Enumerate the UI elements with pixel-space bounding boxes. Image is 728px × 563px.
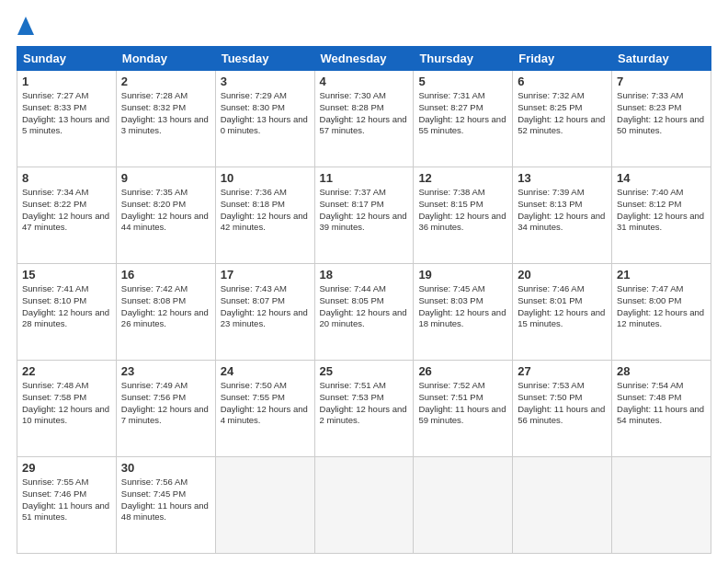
table-row: 27 Sunrise: 7:53 AMSunset: 7:50 PMDaylig… [513,361,612,457]
table-row: 24 Sunrise: 7:50 AMSunset: 7:55 PMDaylig… [215,361,314,457]
empty-cell [314,457,414,554]
day-number: 25 [320,364,409,378]
day-number: 11 [320,171,409,185]
table-row: 1 Sunrise: 7:27 AMSunset: 8:33 PMDayligh… [17,71,117,167]
table-row: 10 Sunrise: 7:36 AMSunset: 8:18 PMDaylig… [215,167,314,264]
page: Sunday Monday Tuesday Wednesday Thursday… [0,0,728,563]
day-info: Sunrise: 7:33 AMSunset: 8:23 PMDaylight:… [617,90,706,137]
day-info: Sunrise: 7:50 AMSunset: 7:55 PMDaylight:… [221,380,310,427]
day-info: Sunrise: 7:32 AMSunset: 8:25 PMDaylight:… [518,90,607,137]
day-info: Sunrise: 7:52 AMSunset: 7:51 PMDaylight:… [418,380,507,427]
col-tuesday: Tuesday [215,47,314,71]
col-saturday: Saturday [612,47,711,71]
empty-cell [612,457,711,554]
table-row: 23 Sunrise: 7:49 AMSunset: 7:56 PMDaylig… [116,361,215,457]
day-number: 2 [121,75,210,88]
calendar-week-3: 15 Sunrise: 7:41 AMSunset: 8:10 PMDaylig… [17,264,711,361]
day-info: Sunrise: 7:30 AMSunset: 8:28 PMDaylight:… [320,90,409,137]
day-number: 3 [221,75,310,88]
table-row: 9 Sunrise: 7:35 AMSunset: 8:20 PMDayligh… [116,167,215,264]
day-number: 4 [320,75,409,88]
day-info: Sunrise: 7:39 AMSunset: 8:13 PMDaylight:… [518,187,607,234]
table-row: 22 Sunrise: 7:48 AMSunset: 7:58 PMDaylig… [17,361,117,457]
day-number: 26 [418,364,507,378]
table-row: 11 Sunrise: 7:37 AMSunset: 8:17 PMDaylig… [314,167,414,264]
day-number: 17 [221,268,310,282]
day-number: 18 [320,268,409,282]
day-number: 22 [22,364,111,378]
day-number: 8 [22,171,111,185]
day-number: 9 [121,171,210,185]
day-number: 1 [22,75,111,88]
day-number: 16 [121,268,210,282]
calendar-week-4: 22 Sunrise: 7:48 AMSunset: 7:58 PMDaylig… [17,361,711,457]
table-row: 7 Sunrise: 7:33 AMSunset: 8:23 PMDayligh… [612,71,711,167]
day-number: 20 [518,268,607,282]
day-info: Sunrise: 7:40 AMSunset: 8:12 PMDaylight:… [617,187,706,234]
day-info: Sunrise: 7:36 AMSunset: 8:18 PMDaylight:… [221,187,310,234]
day-number: 6 [518,75,607,88]
table-row: 20 Sunrise: 7:46 AMSunset: 8:01 PMDaylig… [513,264,612,361]
table-row: 17 Sunrise: 7:43 AMSunset: 8:07 PMDaylig… [215,264,314,361]
calendar-week-2: 8 Sunrise: 7:34 AMSunset: 8:22 PMDayligh… [17,167,711,264]
day-info: Sunrise: 7:43 AMSunset: 8:07 PMDaylight:… [221,283,310,330]
day-info: Sunrise: 7:46 AMSunset: 8:01 PMDaylight:… [518,283,607,330]
empty-cell [513,457,612,554]
day-number: 15 [22,268,111,282]
day-info: Sunrise: 7:37 AMSunset: 8:17 PMDaylight:… [320,187,409,234]
day-number: 10 [221,171,310,185]
day-info: Sunrise: 7:27 AMSunset: 8:33 PMDaylight:… [22,90,111,137]
day-number: 12 [418,171,507,185]
day-info: Sunrise: 7:42 AMSunset: 8:08 PMDaylight:… [121,283,210,330]
calendar-header-row: Sunday Monday Tuesday Wednesday Thursday… [17,47,711,71]
table-row: 25 Sunrise: 7:51 AMSunset: 7:53 PMDaylig… [314,361,414,457]
day-info: Sunrise: 7:47 AMSunset: 8:00 PMDaylight:… [617,283,706,330]
table-row: 5 Sunrise: 7:31 AMSunset: 8:27 PMDayligh… [414,71,513,167]
table-row: 4 Sunrise: 7:30 AMSunset: 8:28 PMDayligh… [314,71,414,167]
table-row: 2 Sunrise: 7:28 AMSunset: 8:32 PMDayligh… [116,71,215,167]
day-info: Sunrise: 7:38 AMSunset: 8:15 PMDaylight:… [418,187,507,234]
table-row: 8 Sunrise: 7:34 AMSunset: 8:22 PMDayligh… [17,167,117,264]
day-info: Sunrise: 7:41 AMSunset: 8:10 PMDaylight:… [22,283,111,330]
logo [17,17,34,37]
table-row: 14 Sunrise: 7:40 AMSunset: 8:12 PMDaylig… [612,167,711,264]
day-info: Sunrise: 7:29 AMSunset: 8:30 PMDaylight:… [221,90,310,137]
day-number: 24 [221,364,310,378]
day-info: Sunrise: 7:54 AMSunset: 7:48 PMDaylight:… [617,380,706,427]
day-number: 21 [617,268,706,282]
svg-marker-0 [17,17,34,35]
day-info: Sunrise: 7:49 AMSunset: 7:56 PMDaylight:… [121,380,210,427]
day-info: Sunrise: 7:53 AMSunset: 7:50 PMDaylight:… [518,380,607,427]
table-row: 6 Sunrise: 7:32 AMSunset: 8:25 PMDayligh… [513,71,612,167]
table-row: 13 Sunrise: 7:39 AMSunset: 8:13 PMDaylig… [513,167,612,264]
day-number: 7 [617,75,706,88]
day-number: 13 [518,171,607,185]
col-thursday: Thursday [414,47,513,71]
day-info: Sunrise: 7:51 AMSunset: 7:53 PMDaylight:… [320,380,409,427]
logo-icon [17,17,34,37]
col-sunday: Sunday [17,47,117,71]
day-number: 23 [121,364,210,378]
col-friday: Friday [513,47,612,71]
calendar-week-1: 1 Sunrise: 7:27 AMSunset: 8:33 PMDayligh… [17,71,711,167]
table-row: 16 Sunrise: 7:42 AMSunset: 8:08 PMDaylig… [116,264,215,361]
day-number: 28 [617,364,706,378]
day-number: 29 [22,461,111,475]
day-info: Sunrise: 7:35 AMSunset: 8:20 PMDaylight:… [121,187,210,234]
empty-cell [215,457,314,554]
day-number: 14 [617,171,706,185]
table-row: 28 Sunrise: 7:54 AMSunset: 7:48 PMDaylig… [612,361,711,457]
day-info: Sunrise: 7:45 AMSunset: 8:03 PMDaylight:… [418,283,507,330]
empty-cell [414,457,513,554]
table-row: 30 Sunrise: 7:56 AMSunset: 7:45 PMDaylig… [116,457,215,554]
table-row: 19 Sunrise: 7:45 AMSunset: 8:03 PMDaylig… [414,264,513,361]
table-row: 21 Sunrise: 7:47 AMSunset: 8:00 PMDaylig… [612,264,711,361]
col-monday: Monday [116,47,215,71]
day-number: 19 [418,268,507,282]
day-number: 27 [518,364,607,378]
col-wednesday: Wednesday [314,47,414,71]
day-info: Sunrise: 7:44 AMSunset: 8:05 PMDaylight:… [320,283,409,330]
day-info: Sunrise: 7:48 AMSunset: 7:58 PMDaylight:… [22,380,111,427]
day-info: Sunrise: 7:34 AMSunset: 8:22 PMDaylight:… [22,187,111,234]
day-info: Sunrise: 7:28 AMSunset: 8:32 PMDaylight:… [121,90,210,137]
